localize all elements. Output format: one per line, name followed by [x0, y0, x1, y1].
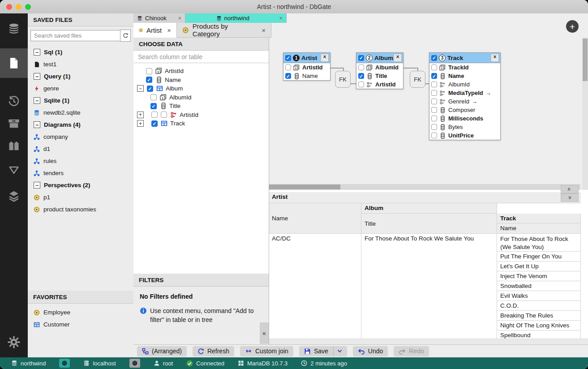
cell-artist-name[interactable]: AC/DC: [269, 234, 361, 340]
tree-column-row[interactable]: 1AlbumId: [133, 93, 269, 102]
collapse-icon[interactable]: [34, 121, 40, 128]
table-column-row[interactable]: Name: [429, 72, 500, 80]
tab-chinook[interactable]: Chinook ×: [133, 13, 185, 23]
saved-files-group[interactable]: Query (1): [28, 70, 133, 82]
sidebar-item-files[interactable]: [0, 48, 28, 78]
table-column-row[interactable]: Name: [283, 72, 330, 80]
close-window-button[interactable]: [6, 4, 12, 10]
table-column-row[interactable]: MediaTypeId→: [429, 89, 500, 97]
cell-track-name[interactable]: For Those About To Rock (We Salute You): [497, 234, 581, 252]
column-group-header-album[interactable]: Album: [361, 203, 497, 214]
tab-northwind[interactable]: northwind ×: [185, 13, 287, 23]
close-tab-icon[interactable]: ×: [279, 15, 283, 21]
column-checkbox[interactable]: [285, 64, 291, 70]
column-checkbox[interactable]: [146, 68, 152, 74]
saved-file-item[interactable]: newdb2.sqlite: [28, 107, 133, 119]
tree-fk-row[interactable]: ArtistId: [133, 111, 269, 120]
table-checkbox[interactable]: [147, 86, 153, 92]
expand-icon[interactable]: [137, 120, 144, 127]
results-root-header[interactable]: Artist: [269, 192, 581, 203]
mariadb-badge[interactable]: [59, 359, 70, 368]
table-column-row[interactable]: Composer: [429, 106, 500, 114]
column-checkbox[interactable]: [431, 82, 437, 87]
expand-icon[interactable]: [137, 112, 144, 118]
column-checkbox[interactable]: [431, 64, 437, 70]
canvas-vertical-scrollbar[interactable]: [582, 38, 588, 190]
designer-table-artist[interactable]: 1 Artist × 1ArtistId Name: [283, 52, 330, 81]
canvas-horizontal-scrollbar[interactable]: [269, 184, 580, 190]
sidebar-item-history[interactable]: [0, 89, 28, 114]
column-checkbox[interactable]: [358, 73, 364, 79]
favorite-item[interactable]: Employee: [28, 306, 133, 318]
saved-file-item[interactable]: test1: [28, 58, 133, 70]
saved-file-item[interactable]: genre: [28, 82, 133, 94]
table-checkbox[interactable]: [285, 55, 291, 61]
collapse-icon[interactable]: [137, 85, 144, 92]
fk-arrow-icon[interactable]: →: [472, 98, 477, 105]
close-tab-icon[interactable]: ×: [262, 26, 266, 34]
table-column-row[interactable]: 1AlbumId: [356, 63, 403, 72]
saved-file-item[interactable]: tenders: [28, 167, 133, 179]
designer-table-track[interactable]: 3 Track × 1TrackId Name AlbumId MediaTyp…: [429, 52, 501, 140]
close-icon[interactable]: ×: [491, 54, 499, 62]
status-database[interactable]: northwind: [11, 360, 46, 367]
table-header[interactable]: 1 Artist ×: [283, 53, 330, 63]
column-checkbox[interactable]: [431, 124, 437, 130]
table-column-row[interactable]: Bytes: [429, 123, 500, 131]
cell-track-name[interactable]: Let's Get It Up: [497, 262, 581, 271]
saved-files-group[interactable]: Perspectives (2): [28, 179, 133, 191]
minimize-window-button[interactable]: [16, 4, 21, 10]
favorite-item[interactable]: Customer: [28, 318, 133, 330]
table-header[interactable]: 2 Album ×: [356, 53, 403, 63]
column-checkbox[interactable]: [431, 107, 437, 113]
choose-data-search-input[interactable]: [133, 53, 269, 60]
sidebar-item-macros[interactable]: [0, 133, 28, 159]
collapse-icon[interactable]: [34, 182, 40, 189]
close-icon[interactable]: ×: [321, 54, 329, 62]
column-header-album-title[interactable]: Title: [361, 214, 497, 234]
column-checkbox[interactable]: [151, 112, 158, 118]
sidebar-item-archive[interactable]: [0, 111, 28, 136]
cell-track-name[interactable]: Breaking The Rules: [497, 311, 581, 321]
close-tab-icon[interactable]: ×: [167, 26, 171, 34]
tree-table-row[interactable]: Track: [133, 119, 269, 128]
table-column-row[interactable]: UnitPrice: [429, 131, 500, 140]
saved-files-group[interactable]: Diagrams (4): [28, 119, 133, 131]
cell-track-name[interactable]: Night Of The Long Knives: [497, 321, 581, 330]
refresh-button[interactable]: Refresh: [193, 346, 234, 356]
table-column-row[interactable]: Milliseconds: [429, 114, 500, 123]
column-checkbox[interactable]: [431, 99, 437, 104]
saved-file-item[interactable]: p1: [28, 191, 133, 203]
column-checkbox[interactable]: [358, 82, 364, 87]
saved-files-refresh-button[interactable]: [120, 30, 131, 42]
sidebar-item-database[interactable]: [0, 16, 28, 41]
cell-track-name[interactable]: Evil Walks: [497, 291, 581, 301]
column-header-artist-name[interactable]: Name: [269, 203, 361, 234]
table-column-row[interactable]: 1ArtistId: [283, 63, 330, 72]
arranged-button[interactable]: (Arranged): [137, 346, 187, 356]
sidebar-item-settings[interactable]: [0, 330, 28, 355]
cell-track-name[interactable]: Inject The Venom: [497, 271, 581, 281]
table-column-row[interactable]: 1TrackId: [429, 63, 500, 72]
table-checkbox[interactable]: [431, 55, 437, 61]
column-checkbox[interactable]: [431, 73, 437, 79]
table-checkbox[interactable]: [151, 120, 158, 127]
tree-table-row[interactable]: Album: [133, 84, 269, 93]
collapse-icon[interactable]: [34, 49, 40, 56]
collapse-up-button[interactable]: «: [561, 185, 579, 193]
saved-file-item[interactable]: rules: [28, 155, 133, 167]
fk-badge[interactable]: FK: [335, 71, 351, 88]
designer-table-album[interactable]: 2 Album × 1AlbumId Title ArtistId: [356, 52, 403, 89]
saved-file-item[interactable]: company: [28, 131, 133, 143]
column-checkbox[interactable]: [285, 73, 291, 79]
status-user[interactable]: root: [154, 360, 173, 367]
fk-badge[interactable]: FK: [410, 71, 425, 88]
column-group-header-track[interactable]: Track: [497, 214, 581, 223]
designer-canvas[interactable]: + FK FK 1 Artist × 1ArtistId Name 2 Al: [269, 13, 588, 190]
tree-column-row[interactable]: Title: [133, 102, 269, 111]
tab-artist[interactable]: Artist ×: [133, 23, 177, 38]
close-tab-icon[interactable]: ×: [178, 15, 181, 21]
redo-button[interactable]: Redo: [394, 346, 429, 356]
sidebar-item-filters[interactable]: [0, 158, 28, 183]
cell-album-title[interactable]: For Those About To Rock We Salute You: [361, 234, 497, 340]
